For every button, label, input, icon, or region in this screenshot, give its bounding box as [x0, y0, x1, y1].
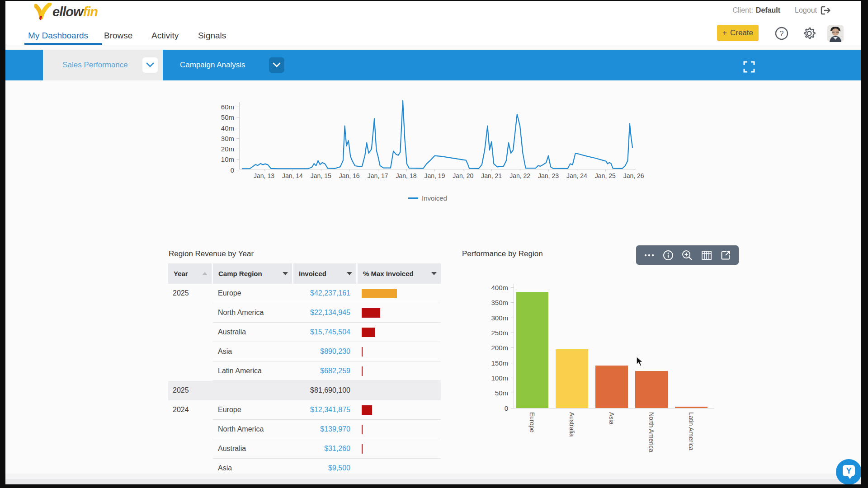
- table-row[interactable]: 2025Europe$42,237,161: [168, 284, 441, 303]
- legend-line-swatch: [408, 197, 418, 199]
- data-table-icon[interactable]: [700, 249, 713, 262]
- cell-invoiced-value[interactable]: $12,341,875: [281, 406, 350, 414]
- app-header: ellowfin My Dashboards Browse Activity S…: [5, 0, 861, 46]
- cell-invoiced-value[interactable]: $139,970: [281, 425, 350, 433]
- bar-chart-x-axis: [514, 408, 714, 408]
- more-ellipsis-icon[interactable]: [642, 249, 656, 262]
- logout-button[interactable]: Logout: [795, 5, 831, 15]
- nav-my-dashboards[interactable]: My Dashboards: [28, 28, 88, 43]
- line-x-tick-label: Jan, 26: [618, 172, 650, 179]
- table-row[interactable]: Asia$890,230: [168, 342, 441, 361]
- info-icon[interactable]: [661, 249, 675, 262]
- column-header--max-invoiced[interactable]: % Max Invoiced: [358, 263, 441, 284]
- tab-sales-dropdown-button[interactable]: [142, 57, 158, 73]
- cell-invoiced-value[interactable]: $22,134,945: [281, 309, 350, 317]
- cell-invoiced-value[interactable]: $890,230: [281, 347, 350, 356]
- tab-campaign-dropdown-button[interactable]: [269, 57, 284, 73]
- bottom-scrollbar[interactable]: [5, 479, 861, 484]
- create-button[interactable]: + Create: [717, 25, 759, 41]
- line-x-tick-mark: [378, 169, 378, 171]
- cell-invoiced-value[interactable]: $15,745,504: [281, 328, 350, 336]
- line-chart-legend[interactable]: Invoiced: [408, 194, 447, 202]
- bar-latin-america[interactable]: [675, 407, 708, 408]
- bar-y-tick-label: 100m: [481, 374, 508, 382]
- line-y-tick-label: 10m: [207, 155, 234, 163]
- line-x-tick-mark: [605, 169, 606, 171]
- nav-activity[interactable]: Activity: [151, 28, 179, 43]
- table-row[interactable]: Latin America$682,259: [168, 361, 441, 381]
- sort-ascending-icon: [202, 272, 208, 275]
- line-x-tick-mark: [321, 169, 321, 171]
- column-header-camp-region[interactable]: Camp Region: [213, 263, 292, 284]
- column-header-year[interactable]: Year: [168, 263, 212, 284]
- invoiced-series-line: [242, 101, 632, 169]
- bar-europe[interactable]: [516, 292, 548, 408]
- line-x-tick-label: Jan, 17: [362, 172, 394, 179]
- yellowfin-chat-bubble[interactable]: Y: [836, 459, 862, 485]
- yellowfin-dashboard-app: ellowfin My Dashboards Browse Activity S…: [0, 0, 868, 488]
- line-x-tick-label: Jan, 25: [590, 172, 621, 179]
- cell-invoiced-value[interactable]: $42,237,161: [281, 289, 350, 297]
- help-icon[interactable]: ?: [773, 25, 790, 42]
- client-label: Client:: [732, 6, 753, 14]
- bar-australia[interactable]: [556, 349, 588, 408]
- cell-region: Asia: [218, 464, 232, 472]
- line-x-tick-mark: [577, 169, 577, 171]
- table-row[interactable]: Australia$31,260: [168, 439, 441, 459]
- pct-max-invoiced-bar: [362, 405, 372, 415]
- sort-descending-icon: [431, 272, 437, 275]
- bar-y-tick-mark: [511, 333, 514, 333]
- active-nav-underline: [24, 43, 102, 45]
- pct-max-invoiced-bar: [362, 308, 380, 318]
- bar-y-tick-mark: [511, 363, 514, 363]
- settings-gear-icon[interactable]: [801, 25, 818, 42]
- line-x-tick-mark: [520, 169, 520, 171]
- export-open-icon[interactable]: [719, 249, 732, 262]
- table-row[interactable]: North America$22,134,945: [168, 303, 441, 323]
- bar-north-america[interactable]: [635, 371, 668, 408]
- line-x-tick-label: Jan, 16: [334, 172, 365, 179]
- line-y-tick-label: 0: [207, 166, 234, 174]
- client-value: Default: [756, 6, 780, 14]
- bar-y-tick-mark: [511, 318, 514, 318]
- line-x-tick-label: Jan, 19: [419, 172, 450, 179]
- nav-signals[interactable]: Signals: [198, 28, 226, 43]
- table-summary-row[interactable]: 2025$81,690,100: [168, 381, 441, 400]
- cell-invoiced-value[interactable]: $682,259: [281, 367, 350, 375]
- line-y-tick-mark: [236, 159, 239, 160]
- nav-browse[interactable]: Browse: [104, 28, 132, 43]
- frame-top: [0, 0, 868, 1]
- column-header-invoiced[interactable]: Invoiced: [293, 263, 356, 284]
- frame-left: [0, 0, 5, 488]
- line-x-tick-label: Jan, 18: [391, 172, 422, 179]
- table-row[interactable]: 2024Europe$12,341,875: [168, 400, 441, 420]
- bar-y-tick-label: 350m: [481, 299, 508, 306]
- bar-y-tick-label: 400m: [481, 284, 508, 291]
- insights-search-icon[interactable]: [680, 249, 694, 262]
- user-avatar[interactable]: [827, 25, 844, 42]
- cell-invoiced-value[interactable]: $9,500: [281, 464, 350, 472]
- table-row[interactable]: Australia$15,745,504: [168, 323, 441, 342]
- table-row[interactable]: North America$139,970: [168, 420, 441, 439]
- bar-y-tick-mark: [511, 393, 514, 393]
- cell-year: 2024: [173, 406, 189, 414]
- bar-category-label: Europe: [528, 412, 536, 471]
- cell-invoiced-value[interactable]: $31,260: [281, 445, 350, 453]
- yellowfin-logo[interactable]: ellowfin: [34, 4, 98, 20]
- cell-region: Latin America: [218, 367, 262, 375]
- svg-text:?: ?: [780, 30, 784, 38]
- line-y-tick-mark: [236, 117, 239, 117]
- cell-region: Australia: [218, 445, 246, 453]
- line-y-tick-mark: [236, 138, 239, 139]
- invoiced-line-chart[interactable]: [239, 96, 637, 169]
- line-x-tick-label: Jan, 14: [277, 172, 308, 179]
- table-widget-title: Region Revenue by Year: [169, 249, 254, 258]
- cell-region: Australia: [218, 328, 246, 336]
- bar-asia[interactable]: [595, 366, 628, 408]
- line-x-tick-mark: [463, 169, 463, 171]
- tab-campaign-analysis[interactable]: Campaign Analysis: [180, 50, 245, 80]
- bar-y-tick-mark: [511, 408, 514, 408]
- line-x-tick-label: Jan, 22: [504, 172, 536, 179]
- fullscreen-expand-icon[interactable]: [743, 61, 755, 73]
- bottom-scroll-track: [5, 474, 861, 479]
